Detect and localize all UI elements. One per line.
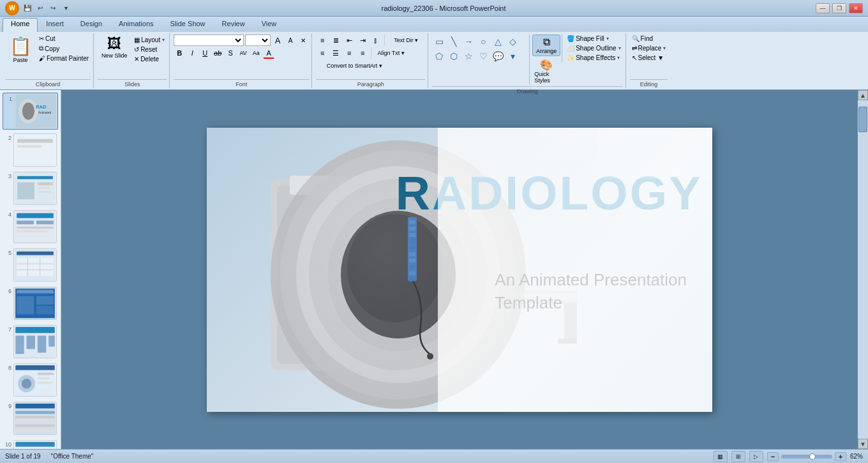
quick-styles-button[interactable]: 🎨 Quick Styles (532, 57, 560, 85)
shape-rectangle[interactable]: ▭ (432, 34, 446, 49)
slide-number-5: 5 (4, 248, 11, 256)
bullets-button[interactable]: ≡ (316, 34, 329, 46)
svg-rect-7 (17, 145, 41, 148)
select-button[interactable]: ↖ Select ▼ (630, 54, 666, 62)
shape-diamond[interactable]: ◇ (505, 34, 520, 49)
slide-sorter-button[interactable]: ⊞ (731, 451, 745, 462)
align-text-button[interactable]: Align Txt ▾ (373, 47, 408, 59)
slide-thumb-5[interactable]: 5 (3, 247, 58, 283)
font-size-select[interactable] (245, 34, 271, 46)
zoom-thumb[interactable] (809, 453, 816, 460)
zoom-track[interactable] (781, 455, 832, 459)
svg-rect-32 (17, 296, 34, 314)
tab-insert[interactable]: Insert (38, 18, 72, 32)
tab-view[interactable]: View (253, 18, 285, 32)
shape-line[interactable]: ╲ (447, 34, 461, 49)
italic-button[interactable]: I (186, 47, 198, 59)
shadow-button[interactable]: S (225, 47, 236, 59)
shape-triangle[interactable]: △ (491, 34, 505, 49)
shape-heart[interactable]: ♡ (476, 49, 490, 63)
tab-animations[interactable]: Animations (110, 18, 161, 32)
office-logo[interactable]: W (5, 1, 19, 15)
slide-number-9: 9 (4, 402, 11, 409)
shape-more[interactable]: ▾ (505, 49, 520, 63)
shape-hexagon[interactable]: ⬡ (447, 49, 461, 63)
paste-button[interactable]: 📋 Paste (5, 34, 36, 65)
shape-oval[interactable]: ○ (476, 34, 490, 49)
slide-thumb-6[interactable]: 6 (3, 285, 58, 321)
strikethrough-button[interactable]: ab (212, 47, 223, 59)
svg-rect-19 (36, 220, 54, 224)
reset-button[interactable]: ↺ Reset (132, 45, 167, 54)
tab-home[interactable]: Home (3, 18, 38, 32)
close-button[interactable]: ✕ (849, 3, 863, 13)
arrange-button[interactable]: ⧉ Arrange (532, 34, 560, 56)
shape-arrow[interactable]: → (461, 34, 475, 49)
slide-thumb-7[interactable]: 7 (3, 324, 58, 360)
redo-button[interactable]: ↪ (47, 3, 59, 14)
zoom-in-button[interactable]: + (835, 452, 846, 461)
scroll-down-button[interactable]: ▼ (858, 439, 868, 449)
slide-canvas[interactable]: RADIOLOGY An Animated Presentation Templ… (207, 128, 712, 412)
shape-callout[interactable]: 💬 (491, 49, 505, 63)
font-family-select[interactable] (174, 34, 244, 46)
increase-font-size-button[interactable]: A (272, 34, 283, 46)
tab-review[interactable]: Review (214, 18, 253, 32)
slideshow-button[interactable]: ▷ (749, 451, 763, 462)
tab-slideshow[interactable]: Slide Show (162, 18, 214, 32)
increase-indent-button[interactable]: ⇥ (356, 34, 369, 46)
delete-button[interactable]: ✕ Delete (132, 55, 167, 63)
slide-thumb-10[interactable]: 10 (3, 439, 58, 449)
slide-thumb-2[interactable]: 2 (3, 132, 58, 168)
scroll-up-button[interactable]: ▲ (858, 90, 868, 100)
text-direction-button[interactable]: Text Dir ▾ (387, 34, 425, 46)
zoom-out-button[interactable]: − (767, 452, 779, 461)
align-right-button[interactable]: ≡ (343, 47, 355, 59)
save-button[interactable]: 💾 (22, 3, 33, 14)
cut-button[interactable]: ✂ Cut (37, 34, 91, 43)
shape-star[interactable]: ☆ (461, 49, 475, 63)
convert-smartart-button[interactable]: Convert to SmartArt ▾ (316, 60, 393, 72)
slide-thumb-9[interactable]: 9 (3, 400, 58, 436)
shape-pentagon[interactable]: ⬠ (432, 49, 446, 63)
normal-view-button[interactable]: ▦ (714, 451, 728, 462)
tab-design[interactable]: Design (72, 18, 110, 32)
char-spacing-button[interactable]: AV (237, 47, 249, 59)
align-left-button[interactable]: ≡ (316, 47, 329, 59)
slide-thumb-3[interactable]: 3 (3, 171, 58, 206)
numbering-button[interactable]: ≣ (329, 34, 342, 46)
status-bar: Slide 1 of 19 "Office Theme" ▦ ⊞ ▷ − + 6… (0, 449, 868, 463)
bold-button[interactable]: B (174, 47, 185, 59)
undo-button[interactable]: ↩ (34, 3, 46, 14)
restore-button[interactable]: ❐ (832, 3, 846, 13)
customize-quick-access[interactable]: ▾ (60, 3, 71, 14)
svg-rect-39 (38, 335, 46, 353)
find-button[interactable]: 🔍 Find (630, 34, 655, 43)
justify-button[interactable]: ≡ (356, 47, 369, 59)
shape-fill-button[interactable]: 🪣 Shape Fill ▾ (565, 34, 622, 43)
slide-number-1: 1 (4, 95, 12, 102)
scroll-thumb[interactable] (858, 107, 867, 132)
slide-thumb-1[interactable]: 1 RAD Animated (3, 93, 58, 130)
decrease-font-size-button[interactable]: A (285, 34, 296, 46)
shape-outline-button[interactable]: ⬜ Shape Outline ▾ (565, 44, 622, 52)
layout-button[interactable]: ▦ Layout ▾ (132, 36, 167, 44)
r-letter: R (396, 166, 432, 220)
copy-button[interactable]: ⧉ Copy (37, 44, 91, 53)
underline-button[interactable]: U (199, 47, 211, 59)
arrange-icon: ⧉ (543, 36, 550, 48)
shape-effects-button[interactable]: ✨ Shape Effects ▾ (565, 54, 622, 62)
format-painter-button[interactable]: 🖌 Format Painter (37, 54, 91, 63)
case-button[interactable]: Aa (250, 47, 262, 59)
svg-rect-12 (17, 182, 34, 199)
slide-thumb-4[interactable]: 4 (3, 209, 58, 245)
clear-formatting-button[interactable]: ✕ (297, 34, 309, 46)
decrease-indent-button[interactable]: ⇤ (343, 34, 355, 46)
columns-button[interactable]: ⫿ (370, 34, 382, 46)
font-color-button[interactable]: A (263, 47, 274, 59)
slide-thumb-8[interactable]: 8 (3, 362, 58, 398)
new-slide-button[interactable]: 🖼 New Slide (98, 34, 131, 60)
minimize-button[interactable]: — (816, 3, 830, 13)
replace-button[interactable]: ⇄ Replace ▾ (630, 44, 668, 52)
align-center-button[interactable]: ☰ (329, 47, 342, 59)
